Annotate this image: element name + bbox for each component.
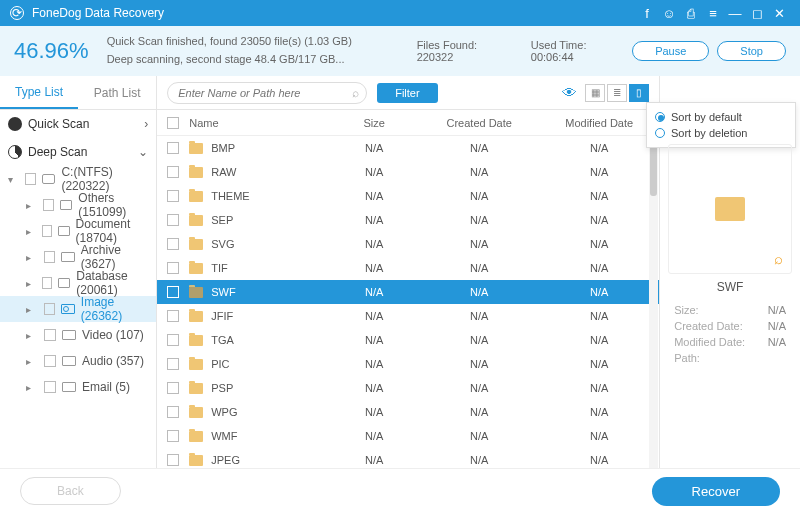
col-created[interactable]: Created Date: [419, 117, 539, 129]
eye-icon[interactable]: 👁: [562, 84, 577, 101]
checkbox[interactable]: [44, 329, 56, 341]
view-detail-button[interactable]: ▯: [629, 84, 649, 102]
table-row[interactable]: WMFN/AN/AN/A: [157, 424, 659, 448]
row-checkbox[interactable]: [167, 262, 179, 274]
tree-item[interactable]: ▸Video (107): [0, 322, 156, 348]
checkbox[interactable]: [44, 303, 56, 315]
used-time-label: Used Time:: [531, 39, 587, 51]
facebook-icon[interactable]: f: [636, 6, 658, 21]
table-row[interactable]: WPGN/AN/AN/A: [157, 400, 659, 424]
col-modified[interactable]: Modified Date: [539, 117, 659, 129]
table-row[interactable]: PICN/AN/AN/A: [157, 352, 659, 376]
folder-icon: [60, 200, 73, 210]
row-checkbox[interactable]: [167, 358, 179, 370]
tree-item[interactable]: ▸Email (5): [0, 374, 156, 400]
tree-item[interactable]: ▸Document (18704): [0, 218, 156, 244]
row-checkbox[interactable]: [167, 454, 179, 466]
file-table-body: BMPN/AN/AN/ARAWN/AN/AN/ATHEMEN/AN/AN/ASE…: [157, 136, 659, 468]
checkbox[interactable]: [25, 173, 36, 185]
folder-icon: [189, 407, 203, 418]
table-row[interactable]: SVGN/AN/AN/A: [157, 232, 659, 256]
quick-scan-label: Quick Scan: [28, 117, 89, 131]
sort-default-option[interactable]: Sort by default: [655, 109, 787, 125]
tree-item[interactable]: ▸Database (20061): [0, 270, 156, 296]
table-row[interactable]: BMPN/AN/AN/A: [157, 136, 659, 160]
quick-scan-row[interactable]: Quick Scan ›: [0, 110, 156, 138]
table-row[interactable]: SEPN/AN/AN/A: [157, 208, 659, 232]
menu-icon[interactable]: ≡: [702, 6, 724, 21]
tree-item-label: Image (26362): [81, 295, 156, 323]
stop-button[interactable]: Stop: [717, 41, 786, 61]
preview-cd-label: Created Date:: [674, 320, 742, 332]
row-modified: N/A: [539, 430, 659, 442]
search-input[interactable]: [167, 82, 367, 104]
tree-item[interactable]: ▸Image (26362): [0, 296, 156, 322]
row-checkbox[interactable]: [167, 382, 179, 394]
deep-scan-row[interactable]: Deep Scan ⌄: [0, 138, 156, 166]
row-modified: N/A: [539, 190, 659, 202]
row-checkbox[interactable]: [167, 286, 179, 298]
checkbox[interactable]: [42, 277, 52, 289]
checkbox[interactable]: [44, 251, 56, 263]
feedback-icon[interactable]: ☺: [658, 6, 680, 21]
view-list-button[interactable]: ≣: [607, 84, 627, 102]
row-modified: N/A: [539, 238, 659, 250]
minimize-icon[interactable]: —: [724, 6, 746, 21]
checkbox[interactable]: [44, 355, 56, 367]
tree-item[interactable]: ▸Audio (357): [0, 348, 156, 374]
row-created: N/A: [419, 406, 539, 418]
row-checkbox[interactable]: [167, 310, 179, 322]
checkbox[interactable]: [42, 225, 52, 237]
table-row[interactable]: RAWN/AN/AN/A: [157, 160, 659, 184]
row-checkbox[interactable]: [167, 334, 179, 346]
close-icon[interactable]: ✕: [768, 6, 790, 21]
table-row[interactable]: JFIFN/AN/AN/A: [157, 304, 659, 328]
table-row[interactable]: TIFN/AN/AN/A: [157, 256, 659, 280]
checkbox[interactable]: [44, 381, 56, 393]
col-size[interactable]: Size: [329, 117, 419, 129]
zoom-icon[interactable]: ⌕: [774, 250, 783, 267]
row-name: JFIF: [211, 310, 233, 322]
tree-item[interactable]: ▸Others (151099): [0, 192, 156, 218]
view-grid-button[interactable]: ▦: [585, 84, 605, 102]
row-checkbox[interactable]: [167, 166, 179, 178]
search-icon[interactable]: ⌕: [352, 86, 359, 100]
row-checkbox[interactable]: [167, 190, 179, 202]
tree-item-label: Video (107): [82, 328, 144, 342]
save-icon[interactable]: ⎙: [680, 6, 702, 21]
table-row[interactable]: TGAN/AN/AN/A: [157, 328, 659, 352]
preview-md-label: Modified Date:: [674, 336, 745, 348]
table-row[interactable]: PSPN/AN/AN/A: [157, 376, 659, 400]
preview-box: ⌕: [668, 144, 792, 274]
tree-item[interactable]: ▸Archive (3627): [0, 244, 156, 270]
tree-item[interactable]: ▾C:(NTFS) (220322): [0, 166, 156, 192]
folder-icon: [189, 335, 203, 346]
chevron-icon: ▸: [26, 200, 37, 211]
row-checkbox[interactable]: [167, 214, 179, 226]
select-all-checkbox[interactable]: [167, 117, 179, 129]
tab-path-list[interactable]: Path List: [78, 76, 156, 109]
sort-deletion-option[interactable]: Sort by deletion: [655, 125, 787, 141]
row-checkbox[interactable]: [167, 406, 179, 418]
checkbox[interactable]: [43, 199, 54, 211]
row-checkbox[interactable]: [167, 238, 179, 250]
table-row[interactable]: THEMEN/AN/AN/A: [157, 184, 659, 208]
recover-button[interactable]: Recover: [652, 477, 780, 506]
row-checkbox[interactable]: [167, 430, 179, 442]
folder-icon: [58, 226, 70, 236]
maximize-icon[interactable]: ◻: [746, 6, 768, 21]
table-row[interactable]: SWFN/AN/AN/A: [157, 280, 659, 304]
back-button[interactable]: Back: [20, 477, 121, 505]
filter-button[interactable]: Filter: [377, 83, 437, 103]
folder-icon: [189, 383, 203, 394]
scrollbar[interactable]: [649, 136, 658, 468]
row-created: N/A: [419, 454, 539, 466]
row-checkbox[interactable]: [167, 142, 179, 154]
row-size: N/A: [329, 406, 419, 418]
tab-type-list[interactable]: Type List: [0, 76, 78, 109]
status-bar: 46.96% Quick Scan finished, found 23050 …: [0, 26, 800, 76]
col-name[interactable]: Name: [189, 117, 329, 129]
table-row[interactable]: JPEGN/AN/AN/A: [157, 448, 659, 468]
pause-button[interactable]: Pause: [632, 41, 709, 61]
folder-icon: [189, 359, 203, 370]
